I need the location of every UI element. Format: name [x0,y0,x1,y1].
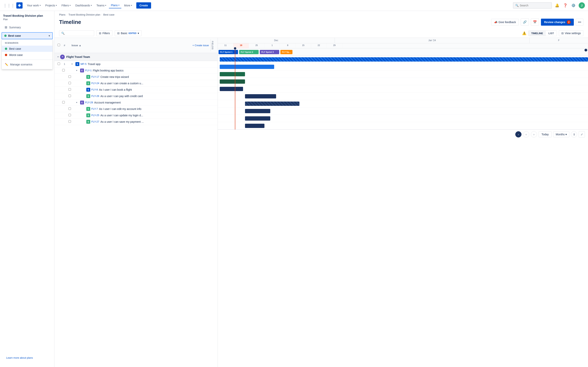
gantt-bar-mp5[interactable] [220,57,588,62]
issue-title: As I user I can book a flight [99,88,132,91]
chevron-down-icon: ▾ [91,4,92,6]
gantt-bar-fly7[interactable] [245,109,270,113]
nav-item-projects[interactable]: Projects ▾ [43,3,59,8]
issue-key[interactable]: FLY-27 [91,120,99,123]
nav-item-teams[interactable]: Teams ▾ [95,3,108,8]
issue-key[interactable]: FLY-1 [85,69,92,72]
fields-button[interactable]: FIELDS [210,39,215,51]
gantt-bar-fly27[interactable] [245,124,264,128]
scenario-dropdown-trigger[interactable]: Best case ▾ [1,32,53,39]
months-selector[interactable]: Months ▾ [553,132,569,137]
expand-button[interactable]: ⤢ [579,131,585,137]
learn-more-link[interactable]: Learn more about plans [3,355,51,361]
issue-key[interactable]: FLY-25 [91,114,99,117]
scenarios-section-label: SCENARIOS [2,41,52,46]
search-box[interactable]: 🔍 [513,2,552,8]
chevron-down-icon: ▾ [118,4,119,6]
help-icon[interactable]: ❓ [562,2,568,8]
notifications-icon[interactable]: 🔔 [554,2,560,8]
issue-key[interactable]: FLY-24 [91,82,99,85]
info-button[interactable]: ℹ [571,131,577,137]
list-item[interactable]: S FLY-27 As a user I can save my payment… [54,119,217,125]
nav-item-dashboards[interactable]: Dashboards ▾ [73,3,94,8]
filters-button[interactable]: ⊟ Filters [96,30,112,36]
view-settings-button[interactable]: ⊟ View settings [559,30,583,36]
top-navigation: ⋮⋮⋮ Your work ▾ Projects ▾ Filters ▾ Das… [0,0,588,11]
chevron-down-icon: ▾ [565,133,567,136]
breadcrumb: Plans / Travel Booking Division plan / B… [54,11,588,17]
scroll-right-button[interactable]: › [515,131,521,137]
issue-list-header: # Issue ▲ + Create issue FIELDS [54,38,217,53]
avatar[interactable]: J [579,2,585,8]
issue-checkbox [69,95,75,98]
issue-key[interactable]: FLY-28 [85,101,93,104]
issue-sort-button[interactable]: Issue ▲ [71,44,191,47]
create-button[interactable]: Create [136,2,151,8]
manage-scenarios-button[interactable]: ✏️ Manage scenarios [2,61,52,67]
gantt-bar-fly8[interactable] [220,87,243,91]
grid-icon[interactable]: ⋮⋮⋮ [3,3,15,8]
issue-key[interactable]: MP-5 [80,63,86,66]
scenario-option-worst-case[interactable]: Worst case [2,52,52,58]
issue-key[interactable]: FLY-8 [91,88,98,91]
gantt-bar-fly17[interactable] [220,72,245,76]
list-item[interactable]: 1 ▾ S MP-5 Travel app [54,61,217,67]
today-button[interactable]: Today [539,132,552,137]
create-issue-button[interactable]: + Create issue [191,43,210,48]
nav-right-actions: 🔍 🔔 ❓ ⚙️ J [513,2,585,8]
nav-logo[interactable]: ⋮⋮⋮ [3,2,23,8]
chevron-down-icon[interactable]: ▾ [76,101,80,103]
sidebar-item-summary[interactable]: ⊞ Summary [1,24,53,31]
tab-timeline[interactable]: TIMELINE [528,31,546,36]
nav-item-your-work[interactable]: Your work ▾ [25,3,43,8]
sidebar-bottom: Learn more about plans [0,352,54,364]
chevron-down-icon[interactable]: ▾ [76,69,80,71]
scenario-dropdown-menu: SCENARIOS Best case Worst case ✏️ Manage… [1,39,53,69]
breadcrumb-division-plan[interactable]: Travel Booking Division plan [69,13,100,16]
list-item[interactable]: S FLY-25 As a user I can update my login… [54,112,217,119]
give-feedback-button[interactable]: 📣 Give feedback [491,19,519,25]
issue-type-icon: S [76,62,79,66]
list-item[interactable]: S FLY-24 As a user I can create a custom… [54,80,217,87]
list-item[interactable]: S FLY-26 As a user I can pay with credit… [54,93,217,100]
issue-search-box[interactable]: 🔍 [59,30,94,36]
day-25: 25 [249,43,264,48]
gantt-bar-fly24[interactable] [220,79,245,84]
jira-logo-icon[interactable] [16,2,23,8]
list-item[interactable]: S FLY-17 Create new trips wizard [54,74,217,80]
gantt-row-fly28 [218,100,588,107]
select-all-checkbox[interactable] [58,44,60,46]
breadcrumb-plans[interactable]: Plans [59,13,66,16]
list-item[interactable]: S FLY-7 As I user I can edit my account … [54,106,217,112]
issue-checkbox [62,101,69,104]
issue-type-icon: S [86,75,90,79]
group-header-flight-travel[interactable]: ▾ ✈ Flight Travel Team [54,53,217,61]
sprint-row: FLY Sprint 1 FLY Sprint 2 FLY Sprint 3 F… [218,48,588,56]
nav-item-plans[interactable]: Plans ▾ [109,2,121,8]
more-options-button[interactable]: ••• [576,19,583,26]
basic-view-button[interactable]: ⊟ Basic EDITED ▾ [115,30,142,36]
search-input[interactable] [520,4,547,7]
scroll-next-button[interactable]: › [531,131,537,137]
issue-key[interactable]: FLY-7 [91,107,98,110]
gantt-bar-fly28[interactable] [245,101,299,106]
review-changes-button[interactable]: Review changes 2 [541,19,574,26]
gantt-bar-fly25[interactable] [245,116,270,121]
issue-key[interactable]: FLY-17 [91,75,99,78]
nav-item-more[interactable]: More ▾ [122,3,134,8]
nav-item-filters[interactable]: Filters ▾ [60,3,72,8]
settings-icon[interactable]: ⚙️ [571,2,576,8]
list-item[interactable]: S FLY-8 As I user I can book a flight [54,87,217,93]
issue-key[interactable]: FLY-26 [91,95,99,98]
gantt-bar-fly26[interactable] [245,94,276,99]
scroll-prev-button[interactable]: ‹ [523,131,529,137]
tab-list[interactable]: LIST [546,31,557,36]
issue-search-input[interactable] [66,32,91,35]
calendar-button[interactable]: 📅 [531,18,539,26]
gantt-bar-fly1[interactable] [220,65,274,69]
chevron-down-icon[interactable]: ▾ [71,63,76,65]
share-button[interactable]: 🔗 [521,18,529,26]
scenario-option-best-case[interactable]: Best case [2,46,52,52]
list-item[interactable]: ▾ E FLY-28 Account management [54,100,217,106]
list-item[interactable]: ▾ E FLY-1 Flight booking app basics [54,67,217,74]
